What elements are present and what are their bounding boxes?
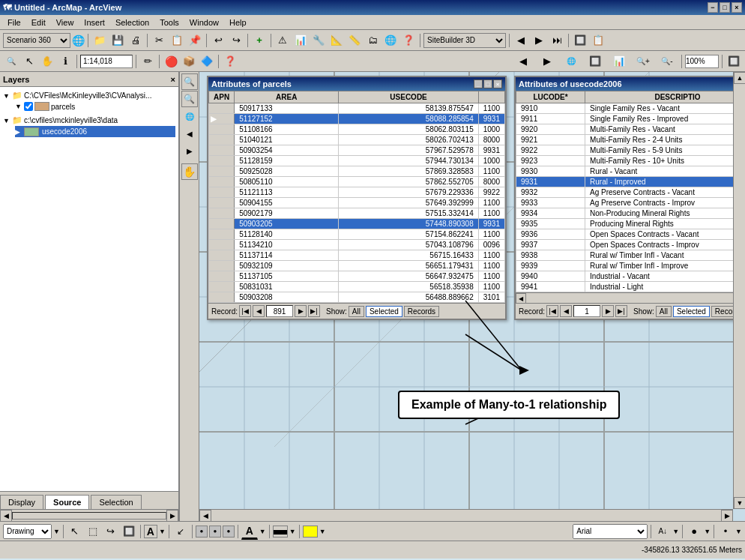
draw-dot-btn[interactable]: • (717, 523, 734, 540)
draw-text-btn[interactable]: A (144, 525, 157, 538)
maximize-button[interactable]: □ (720, 2, 730, 13)
usecode-row[interactable]: 9910Single Family Res - Vacant (516, 103, 746, 114)
parcels-row[interactable]: 5112814057154.8622411100 (209, 229, 505, 240)
parcels-row[interactable]: 5104012158026.7024138000 (209, 135, 505, 145)
menu-insert[interactable]: Insert (79, 16, 109, 28)
usecode-row[interactable]: 9935Producing Mineral Rights (516, 219, 746, 229)
pan-btn[interactable]: ✋ (39, 53, 55, 70)
usecode-row[interactable]: 9921Multi-Family Res - 2-4 Units (516, 135, 746, 145)
map-scroll-right[interactable]: ▶ (721, 510, 733, 521)
menu-edit[interactable]: Edit (27, 16, 50, 28)
expand-icon2[interactable]: ▼ (3, 117, 10, 124)
toc-item-usecode[interactable]: ▶ usecode2006 (15, 126, 175, 137)
fill-color-dropdown[interactable]: ▼ (319, 528, 326, 535)
first-btn[interactable]: |◀ (239, 305, 251, 317)
toolbar-nav-left[interactable]: ◀ (513, 32, 529, 49)
minimize-button[interactable]: − (708, 2, 718, 13)
usecode-row[interactable]: 9923Multi-Family Res - 10+ Units (516, 156, 746, 166)
draw-btn-a[interactable]: ⬚ (85, 523, 101, 540)
parcels-row[interactable]: 5080511057862.5527058000 (209, 177, 505, 187)
parcels-close[interactable]: × (493, 79, 502, 88)
sketch-btn[interactable]: ✏ (139, 53, 156, 70)
draw-text-dropdown[interactable]: ▼ (159, 528, 166, 535)
toolbar-btn-cut[interactable]: ✂ (151, 32, 167, 49)
parcels-row[interactable]: 5113711456715.164331100 (209, 250, 505, 261)
toolbar-btn-print[interactable]: 🖨 (127, 32, 144, 49)
usecode-titlebar[interactable]: Attributes of usecode2006 _ □ × (516, 77, 745, 91)
draw-btn-d[interactable]: ↙ (172, 523, 189, 540)
toolbar-btn-g[interactable]: 🌐 (382, 32, 399, 49)
parcels-row[interactable]: 5113710556647.9324751100 (209, 271, 505, 282)
scenario-dropdown[interactable]: Scenario 360 (3, 33, 70, 48)
tb2-btn-b[interactable]: 📦 (181, 53, 197, 70)
toolbar-btn-j[interactable]: 📋 (590, 32, 606, 49)
tab-source[interactable]: Source (45, 495, 89, 509)
menu-view[interactable]: View (52, 16, 79, 28)
toolbar-nav-right[interactable]: ▶ (531, 32, 547, 49)
show-all-btn[interactable]: All (349, 306, 364, 317)
zoom-layer[interactable]: 📊 (608, 53, 630, 70)
toolbar-btn-2[interactable]: 💾 (109, 32, 126, 49)
line-color-btn[interactable] (273, 526, 288, 538)
toolbar-btn-h[interactable]: ❓ (400, 32, 417, 49)
tb2-btn-help[interactable]: ❓ (222, 53, 238, 70)
toolbar-btn-add[interactable]: + (251, 32, 268, 49)
prev-btn[interactable]: ◀ (253, 305, 265, 317)
drawing-dropdown[interactable]: Drawing (3, 524, 52, 539)
zoom-out-tool[interactable]: 🔍 (181, 91, 198, 107)
next-btn[interactable]: ▶ (295, 305, 307, 317)
parcels-row[interactable]: 5090320856488.8896623101 (209, 292, 505, 303)
draw-btn-c[interactable]: 🔲 (121, 523, 137, 540)
toolbar-btn-c[interactable]: 🔧 (310, 32, 327, 49)
draw-shadow-dropdown[interactable]: ▼ (672, 528, 679, 535)
line-color-dropdown[interactable]: ▼ (289, 528, 296, 535)
draw-btn-b[interactable]: ↪ (103, 523, 119, 540)
zoom-next[interactable]: ▶ (536, 53, 558, 70)
zoom-in-tool[interactable]: 🔍 (181, 73, 198, 90)
draw-size-btn[interactable]: ● (686, 523, 702, 540)
parcels-row[interactable]: 5083103156518.359381100 (209, 282, 505, 292)
last-btn[interactable]: ▶| (308, 305, 320, 317)
toolbar-btn-e[interactable]: 📏 (346, 32, 363, 49)
parcels-row[interactable]: 5092502857869.3285831100 (209, 166, 505, 177)
toolbar-btn-paste[interactable]: 📌 (187, 32, 203, 49)
uc-last-btn[interactable]: ▶| (615, 305, 627, 317)
fill-color-btn[interactable] (303, 526, 318, 538)
usecode-row[interactable]: 9934Non-Producing Mineral Rights (516, 208, 746, 219)
record-num-input[interactable]: 891 (266, 305, 293, 317)
pan-tool[interactable]: ✋ (181, 163, 198, 180)
toolbar-nav-ff[interactable]: ⏭ (549, 32, 565, 49)
usecode-row[interactable]: 9932Ag Preserve Contracts - Vacant (516, 187, 746, 198)
usecode-row[interactable]: 9930Rural - Vacant (516, 166, 746, 177)
usecode-row[interactable]: 9937Open Spaces Contracts - Improv (516, 240, 746, 250)
map-area[interactable]: Attributes of parcels _ □ × APN AREA USE… (199, 72, 745, 521)
menu-file[interactable]: File (3, 16, 25, 28)
usecode-row[interactable]: 9936Open Spaces Contracts - Vacant (516, 229, 746, 240)
parcels-row[interactable]: 5090320557448.8903089931 (209, 219, 505, 229)
expand-icon[interactable]: ▼ (3, 92, 10, 100)
menu-selection[interactable]: Selection (111, 16, 154, 28)
toc-item-parcels[interactable]: ▼ parcels (15, 101, 175, 112)
usecode-row[interactable]: 9931Rural - Improved (516, 177, 746, 187)
show-selected-btn[interactable]: Selected (366, 306, 402, 317)
tab-selection[interactable]: Selection (91, 495, 141, 509)
zoom-in-fix[interactable]: 🔍+ (632, 53, 654, 70)
drawing-dropdown-arrow[interactable]: ▼ (53, 528, 60, 535)
parcels-row[interactable]: 5110816658062.8031151000 (209, 124, 505, 135)
uc-show-selected-btn[interactable]: Selected (673, 306, 710, 317)
draw-shadow-btn[interactable]: A↓ (654, 523, 671, 540)
expand-icon-parcels[interactable]: ▼ (15, 103, 22, 110)
toolbar-btn-f[interactable]: 🗂 (364, 32, 381, 49)
toolbar-btn-b[interactable]: 📊 (292, 32, 309, 49)
toolbar-btn-copy[interactable]: 📋 (169, 32, 185, 49)
zoom-fwd-tool[interactable]: ▶ (181, 142, 198, 159)
draw-size-dropdown[interactable]: ▼ (704, 528, 711, 535)
parcels-row[interactable]: 5112111357679.2293369922 (209, 187, 505, 198)
usecode-row[interactable]: 9933Ag Preserve Contracts - Improv (516, 198, 746, 208)
zoom-back-tool[interactable]: ◀ (181, 125, 198, 142)
toolbar-btn-d[interactable]: 📐 (328, 32, 345, 49)
parcels-titlebar[interactable]: Attributes of parcels _ □ × (208, 77, 505, 91)
parcels-row[interactable]: 5093210956651.1794311100 (209, 261, 505, 271)
zoom-sel[interactable]: 🔲 (584, 53, 606, 70)
zoom-full-tool[interactable]: 🌐 (181, 108, 198, 124)
